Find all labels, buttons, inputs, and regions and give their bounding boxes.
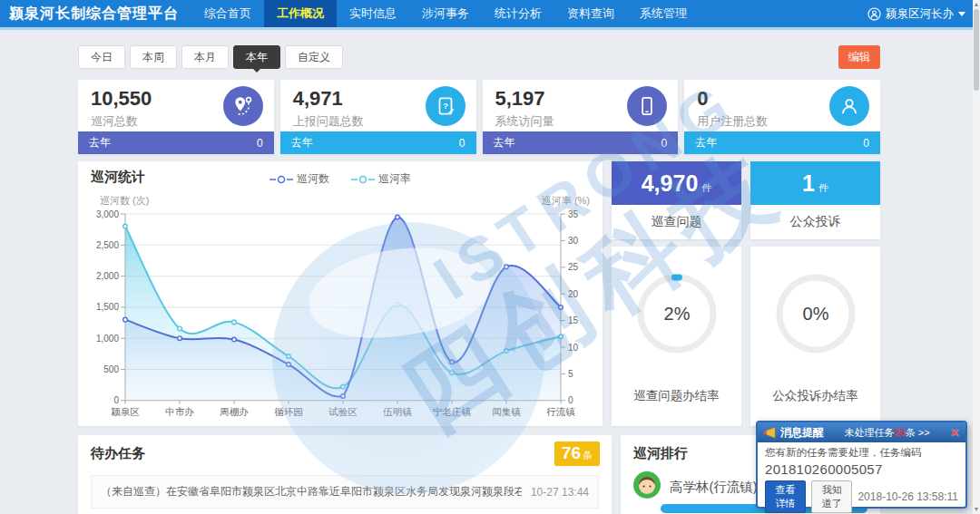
legend-marker-icon — [270, 175, 293, 184]
filter-tab-1[interactable]: 今日 — [78, 45, 125, 69]
legend-item-2[interactable]: 巡河率 — [351, 171, 411, 187]
chevron-down-icon — [958, 12, 965, 16]
nav-item-5[interactable]: 统计分析 — [482, 0, 554, 27]
nav-item-4[interactable]: 涉河事务 — [409, 0, 482, 27]
todo-item-1[interactable]: （来自巡查）在安徽省阜阳市颍泉区北京中路靠近阜阳市颍泉区水务局发现泉河颍泉段右岸… — [91, 475, 599, 509]
issue-box-2[interactable]: 1件公众投诉 — [750, 161, 880, 239]
stat-footer-value: 0 — [863, 137, 869, 150]
stat-card-1[interactable]: 10,550巡河总数去年0 — [78, 80, 274, 154]
issues-panel: 4,970件巡查问题1件公众投诉 2%巡查问题办结率0%公众投诉办结率 — [612, 161, 880, 426]
nav-item-7[interactable]: 系统管理 — [627, 0, 700, 27]
user-account-icon — [867, 7, 881, 21]
stat-footer: 去年0 — [684, 131, 880, 154]
left-axis-label: 巡河数 (次) — [100, 194, 149, 208]
todo-item-time: 10-27 13:44 — [531, 486, 589, 499]
ranking-title: 巡河排行 — [633, 445, 688, 462]
notification-timestamp: 2018-10-26 13:58:11 — [858, 490, 958, 503]
todo-count: 76 — [562, 443, 581, 462]
chart-legend: 巡河数巡河率 — [78, 171, 603, 187]
time-filter-tabs: 今日本周本月本年自定义 — [78, 45, 343, 69]
unprocessed-tasks-link[interactable]: 未处理任务23条 >> — [828, 426, 946, 440]
line-chart-svg: 3,0002,5002,0001,5001,000500035302520151… — [83, 207, 597, 424]
filter-tab-4[interactable]: 本年 — [233, 45, 280, 69]
patrol-chart[interactable]: 3,0002,5002,0001,5001,000500035302520151… — [83, 207, 597, 424]
patrol-statistics-card: 巡河统计 巡河数巡河率 巡河数 (次) 巡河率 (%) 3,0002,5002,… — [78, 161, 603, 426]
issue-label: 巡查问题 — [612, 205, 741, 239]
app-title: 颍泉河长制综合管理平台 — [0, 0, 191, 27]
stat-footer-label: 去年 — [89, 135, 111, 150]
gauge-donut: 0% — [772, 270, 859, 361]
stat-footer-label: 去年 — [695, 135, 717, 150]
gauge-label: 公众投诉办结率 — [750, 388, 880, 404]
issue-label: 公众投诉 — [750, 205, 880, 239]
svg-text:?: ? — [443, 101, 448, 111]
issue-box-1[interactable]: 4,970件巡查问题 — [612, 161, 741, 239]
nav-item-6[interactable]: 资料查询 — [554, 0, 627, 27]
stat-label: 上报问题总数 — [293, 113, 364, 130]
gauge-card-1[interactable]: 2%巡查问题办结率 — [612, 247, 741, 426]
user-name: 颍泉区河长办 — [886, 6, 954, 22]
stat-footer-label: 去年 — [291, 135, 313, 150]
legend-item-1[interactable]: 巡河数 — [270, 171, 329, 187]
navbar-divider — [0, 27, 980, 30]
vertical-scrollbar[interactable]: ▲ ▼ — [973, 0, 980, 514]
todo-count-unit: 条 — [583, 450, 593, 461]
stat-card-3[interactable]: 5,197系统访问量去年0 — [483, 80, 679, 154]
edit-button[interactable]: 编辑 — [838, 45, 880, 69]
nav-item-2[interactable]: 工作概况 — [264, 0, 337, 27]
user-icon — [829, 86, 869, 126]
svg-text:3,000: 3,000 — [96, 209, 119, 219]
scrollbar-up-arrow[interactable]: ▲ — [973, 0, 980, 9]
acknowledge-button[interactable]: 我知道了 — [811, 480, 852, 513]
todo-item-text: （来自巡查）在安徽省阜阳市颍泉区北京中路靠近阜阳市颍泉区水务局发现泉河颍泉段右岸… — [101, 484, 522, 499]
route-pin-icon — [223, 86, 263, 126]
stat-card-2[interactable]: 4,971上报问题总数?去年0 — [280, 80, 476, 154]
stat-label: 巡河总数 — [91, 113, 138, 130]
nav-item-1[interactable]: 综合首页 — [191, 0, 264, 27]
issue-unit: 件 — [701, 181, 711, 195]
svg-text:循环园: 循环园 — [274, 406, 302, 417]
svg-text:颍泉区: 颍泉区 — [111, 406, 140, 417]
user-menu[interactable]: 颍泉区河长办 — [867, 0, 965, 27]
svg-text:试验区: 试验区 — [328, 406, 358, 417]
view-detail-button[interactable]: 查看详情 — [765, 480, 806, 513]
gauge-card-2[interactable]: 0%公众投诉办结率 — [750, 247, 880, 426]
todo-count-badge[interactable]: 76条 — [554, 441, 600, 466]
svg-text:宁老庄镇: 宁老庄镇 — [433, 406, 471, 417]
svg-text:30: 30 — [568, 236, 579, 246]
issue-unit: 件 — [818, 181, 828, 195]
todo-title: 待办任务 — [91, 445, 145, 462]
megaphone-icon — [763, 427, 777, 439]
stat-footer: 去年0 — [483, 131, 679, 154]
filter-tab-3[interactable]: 本月 — [181, 45, 229, 69]
notification-message: 您有新的任务需要处理，任务编码 — [765, 446, 958, 460]
stat-footer-value: 0 — [257, 137, 263, 150]
right-axis-label: 巡河率 (%) — [542, 194, 590, 208]
svg-text:1,500: 1,500 — [96, 302, 119, 312]
gauge-donut: 2% — [633, 270, 720, 361]
svg-text:20: 20 — [568, 289, 579, 299]
scrollbar-down-arrow[interactable]: ▼ — [973, 505, 980, 514]
stat-value: 10,550 — [91, 87, 152, 111]
scrollbar-thumb[interactable] — [974, 9, 979, 91]
svg-text:闻集镇: 闻集镇 — [492, 406, 521, 417]
svg-text:0%: 0% — [802, 304, 828, 324]
stat-footer: 去年0 — [280, 131, 476, 154]
filter-tab-2[interactable]: 本周 — [130, 45, 177, 69]
stat-value: 0 — [697, 87, 708, 111]
stat-label: 用户注册总数 — [697, 113, 768, 130]
ranking-name: 高学林(行流镇) — [670, 479, 758, 496]
close-icon[interactable]: ✕ — [950, 427, 960, 439]
svg-text:500: 500 — [103, 364, 119, 374]
notification-popup: 消息提醒 未处理任务23条 >> ✕ 您有新的任务需要处理，任务编码 20181… — [756, 421, 967, 509]
stat-card-4[interactable]: 0用户注册总数去年0 — [684, 80, 880, 154]
nav-item-3[interactable]: 实时信息 — [337, 0, 409, 27]
svg-text:周棚办: 周棚办 — [220, 406, 249, 417]
issue-box-value-area: 4,970件 — [612, 161, 741, 205]
stat-value: 5,197 — [495, 87, 545, 111]
legend-label: 巡河率 — [378, 171, 411, 187]
filter-tab-5[interactable]: 自定义 — [285, 45, 343, 69]
stat-label: 系统访问量 — [495, 113, 554, 130]
todo-card: 待办任务 76条 （来自巡查）在安徽省阜阳市颍泉区北京中路靠近阜阳市颍泉区水务局… — [78, 435, 612, 514]
main-menu: 综合首页工作概况实时信息涉河事务统计分析资料查询系统管理 — [191, 0, 700, 27]
